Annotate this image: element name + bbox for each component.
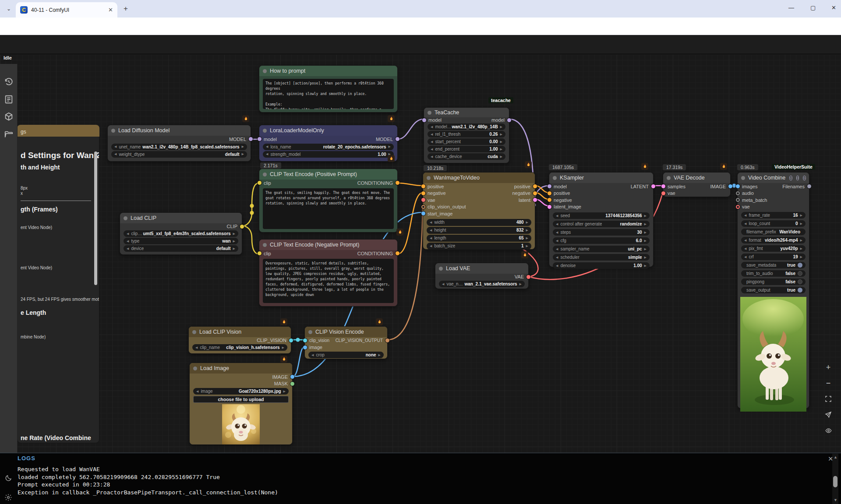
next-arrow[interactable]: ▶ — [800, 222, 802, 226]
choose-file-button[interactable]: choose file to upload — [193, 396, 289, 403]
next-arrow[interactable]: ▶ — [500, 140, 502, 144]
prev-arrow[interactable]: ◀ — [744, 247, 746, 250]
prev-arrow[interactable]: ◀ — [114, 145, 117, 148]
prev-arrow[interactable]: ◀ — [431, 148, 433, 151]
prev-arrow[interactable]: ◀ — [430, 229, 432, 232]
input-port-model[interactable] — [422, 118, 426, 122]
next-arrow[interactable]: ▶ — [500, 148, 502, 151]
toggle-knob[interactable] — [798, 279, 802, 284]
widget-crop[interactable]: ◀cropnone▶ — [308, 352, 384, 358]
widget-seed[interactable]: ◀seed137446123854356▶ — [553, 212, 650, 219]
widget-denoise[interactable]: ◀denoise1.00▶ — [553, 262, 650, 269]
input-port-positive[interactable] — [548, 191, 551, 195]
next-arrow[interactable]: ▶ — [644, 239, 647, 243]
tab-close-icon[interactable]: ✕ — [108, 7, 113, 13]
window-close-icon[interactable]: ✕ — [831, 4, 836, 11]
prev-arrow[interactable]: ◀ — [266, 152, 268, 156]
node-load-clip-vision[interactable]: Load CLIP Vision CLIP_VISION ◀clip_namec… — [188, 326, 291, 354]
widget-length[interactable]: ◀length65▶ — [427, 235, 531, 242]
input-port-clip[interactable] — [258, 251, 261, 255]
prompt-text[interactable]: Overexposure, static, blurred details, s… — [263, 259, 394, 303]
theme-moon-icon[interactable] — [4, 474, 12, 482]
node-header[interactable]: WanImageToVideo — [423, 173, 535, 183]
prev-arrow[interactable]: ◀ — [556, 264, 558, 268]
output-port-clip[interactable] — [240, 225, 244, 229]
output-port-mask[interactable] — [290, 382, 294, 386]
widget-vae-name[interactable]: ◀vae_namewan_2.1_vae.safetensors▶ — [439, 281, 525, 287]
widget-pix-fmt[interactable]: ◀pix_fmtyuv420p▶ — [741, 245, 806, 252]
prev-arrow[interactable]: ◀ — [556, 247, 558, 251]
new-tab-button[interactable]: + — [124, 4, 128, 13]
node-clip-vision-encode[interactable]: CLIP Vision Encode clip_visionCLIP_VISIO… — [304, 326, 388, 359]
collapse-dot[interactable] — [263, 129, 267, 133]
widget-cfg[interactable]: ◀cfg6.0▶ — [553, 237, 650, 244]
settings-note-title[interactable]: gs — [17, 125, 99, 137]
collapse-dot[interactable] — [193, 367, 197, 370]
widget-sampler-name[interactable]: ◀sampler_nameuni_pc▶ — [553, 246, 650, 252]
prompt-text[interactable]: The goat sits, smiling happily. The goat… — [263, 188, 394, 229]
output-port-negative[interactable] — [533, 191, 537, 195]
widget-clip-name[interactable]: ◀clip_nameumt5_xxl_fp8_e4m3fn_scaled.saf… — [124, 230, 238, 237]
collapse-dot[interactable] — [263, 69, 267, 73]
node-header[interactable]: Load Diffusion Model — [108, 125, 251, 136]
toggle-pingpong[interactable]: pingpongfalse — [741, 278, 806, 285]
output-port-conditioning[interactable] — [396, 181, 399, 185]
prev-arrow[interactable]: ◀ — [556, 214, 558, 218]
node-header[interactable]: Load CLIP Vision — [189, 327, 291, 337]
next-arrow[interactable]: ▶ — [282, 346, 284, 349]
node-load-clip[interactable]: Load CLIP CLIP ◀clip_nameumt5_xxl_fp8_e4… — [120, 212, 242, 255]
prev-arrow[interactable]: ◀ — [556, 231, 558, 234]
settings-note-node[interactable]: gs d Settings for Wan 2.1 th and Height … — [17, 125, 99, 443]
scroll-down-icon[interactable]: ▼ — [834, 498, 837, 502]
input-port-images[interactable] — [736, 184, 740, 188]
next-arrow[interactable]: ▶ — [644, 214, 647, 218]
node-lora-loader[interactable]: LoraLoaderModelOnly modelMODEL ◀lora_nam… — [259, 125, 398, 162]
node-teacache[interactable]: TeaCache modelmodel ◀model_ty...wan2.1_i… — [424, 107, 509, 163]
collapse-dot[interactable] — [124, 216, 127, 220]
next-arrow[interactable]: ▶ — [242, 152, 244, 156]
node-header[interactable]: CLIP Text Encode (Positive Prompt) — [259, 169, 397, 180]
widget-strength-model[interactable]: ◀strength_model1.00▶ — [263, 151, 394, 158]
node-how-to-prompt[interactable]: How to prompt The [object] [action/pose]… — [259, 65, 398, 113]
widget-width[interactable]: ◀width480▶ — [427, 219, 531, 226]
widget-end-percent[interactable]: ◀end_percent1.00▶ — [428, 146, 505, 152]
widget-steps[interactable]: ◀steps30▶ — [553, 229, 650, 236]
next-arrow[interactable]: ▶ — [526, 244, 528, 248]
collapse-dot[interactable] — [192, 330, 196, 334]
settings-gear-icon[interactable] — [4, 493, 12, 501]
node-load-vae[interactable]: Load VAE VAE ◀vae_namewan_2.1_vae.safete… — [435, 263, 529, 289]
input-port-start-image[interactable] — [421, 211, 425, 215]
prev-arrow[interactable]: ◀ — [431, 133, 433, 136]
input-port-clip-vision[interactable] — [303, 338, 307, 342]
logs-scrollbar-thumb[interactable] — [833, 476, 837, 487]
node-header[interactable]: VAE Decode — [663, 173, 730, 183]
next-arrow[interactable]: ▶ — [644, 247, 647, 251]
widget-cache-device[interactable]: ◀cache_devicecuda▶ — [428, 153, 505, 160]
widget-loop-count[interactable]: ◀loop_count0▶ — [741, 220, 806, 227]
next-arrow[interactable]: ▶ — [526, 229, 528, 232]
next-arrow[interactable]: ▶ — [800, 214, 802, 217]
prev-arrow[interactable]: ◀ — [556, 222, 558, 226]
node-header[interactable]: Load VAE — [435, 263, 528, 274]
prev-arrow[interactable]: ◀ — [431, 125, 433, 129]
next-arrow[interactable]: ▶ — [233, 247, 235, 250]
node-header[interactable]: TeaCache — [424, 108, 509, 117]
input-port-vae[interactable] — [736, 205, 740, 209]
next-arrow[interactable]: ▶ — [644, 264, 647, 268]
node-load-diffusion-model[interactable]: Load Diffusion Model MODEL ◀unet_namewan… — [107, 125, 251, 162]
output-port-image[interactable] — [728, 184, 732, 188]
prev-arrow[interactable]: ◀ — [556, 239, 558, 243]
load-image-preview-goat[interactable] — [222, 404, 260, 444]
node-header[interactable]: LoraLoaderModelOnly — [259, 125, 397, 136]
workflows-folder-icon[interactable] — [4, 130, 14, 139]
widget-frame-rate[interactable]: ◀frame_rate16▶ — [741, 212, 806, 219]
collapse-dot[interactable] — [741, 176, 745, 180]
input-port-model[interactable] — [258, 137, 261, 141]
note-text[interactable]: The [object] [action/pose], then perform… — [263, 79, 394, 109]
prev-arrow[interactable]: ◀ — [127, 232, 129, 236]
widget-format[interactable]: ◀formatvideo/h264-mp4▶ — [741, 237, 806, 243]
prev-arrow[interactable]: ◀ — [744, 255, 746, 259]
widget-type[interactable]: ◀typewan▶ — [124, 238, 238, 244]
fit-view-icon[interactable] — [823, 393, 834, 405]
output-port-clip-vision-output[interactable] — [385, 338, 389, 342]
